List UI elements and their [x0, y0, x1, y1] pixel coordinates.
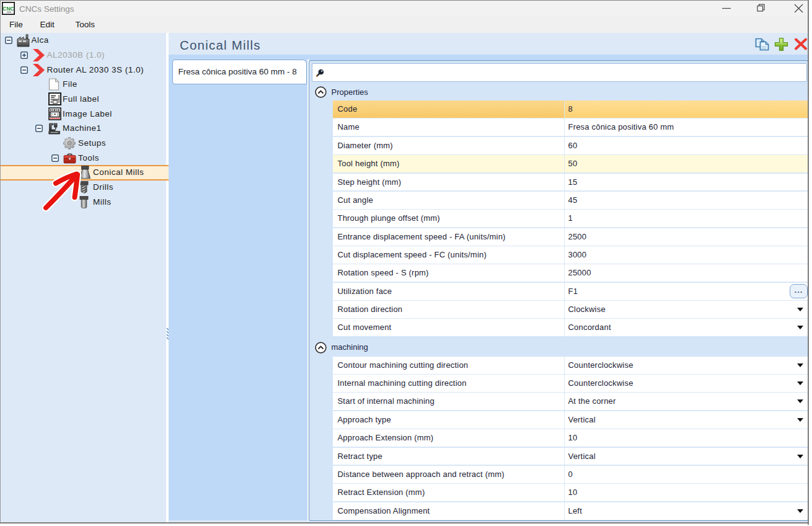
- svg-text:CNC: CNC: [2, 5, 14, 11]
